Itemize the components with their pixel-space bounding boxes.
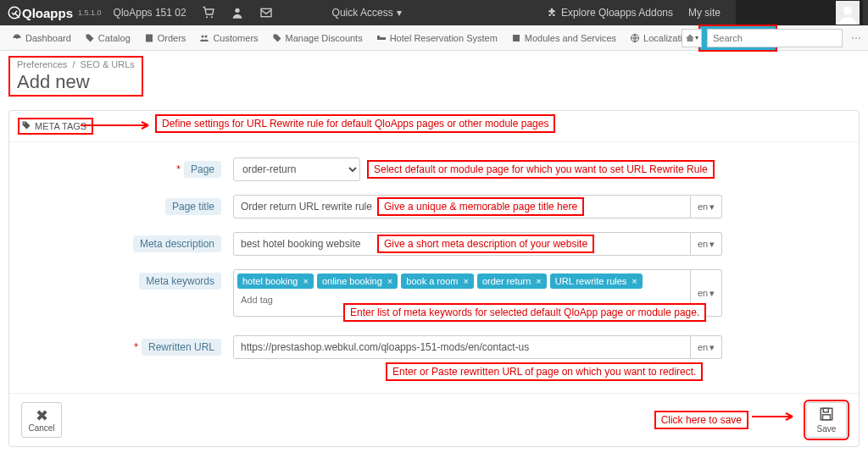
tag-label: book a room bbox=[406, 276, 458, 286]
label-title: Page title bbox=[165, 198, 221, 215]
page-header: Preferences / SEO & URLs Add new bbox=[0, 51, 868, 98]
tag-remove-icon[interactable]: × bbox=[463, 276, 468, 286]
nav-catalog[interactable]: Catalog bbox=[78, 25, 137, 51]
row-desc: Meta description en▾ Give a short meta d… bbox=[21, 232, 847, 256]
svg-rect-19 bbox=[823, 415, 831, 420]
shop-select[interactable]: ▾ bbox=[682, 29, 702, 47]
svg-rect-7 bbox=[146, 34, 153, 41]
row-title: Page title en▾ Give a unique & memorable… bbox=[21, 195, 847, 218]
navbar: Dashboard Catalog Orders Customers Manag… bbox=[0, 25, 868, 51]
panel-heading: META TAGS Define settings for URL Rewrit… bbox=[9, 111, 859, 142]
cart-icon[interactable] bbox=[202, 6, 215, 19]
lang-dropdown-url[interactable]: en▾ bbox=[691, 335, 722, 359]
mail-icon[interactable] bbox=[259, 6, 273, 19]
svg-point-8 bbox=[202, 35, 204, 37]
svg-rect-10 bbox=[377, 37, 386, 40]
annotation-title: Give a unique & memorable page title her… bbox=[377, 197, 584, 216]
lang-label: en bbox=[698, 288, 708, 298]
nav-dashboard-label: Dashboard bbox=[25, 25, 71, 51]
tags-icon bbox=[272, 33, 282, 43]
mysite-link[interactable]: My site bbox=[688, 7, 721, 19]
svg-rect-11 bbox=[377, 36, 380, 37]
svg-rect-18 bbox=[823, 408, 828, 412]
nav-catalog-label: Catalog bbox=[98, 25, 131, 51]
tag-item[interactable]: order return× bbox=[477, 273, 547, 289]
annotation-url: Enter or Paste rewritten URL of page on … bbox=[386, 362, 703, 381]
tag-item[interactable]: book a room× bbox=[401, 273, 474, 289]
quick-access-dropdown[interactable]: Quick Access ▾ bbox=[332, 7, 402, 19]
more-icon[interactable]: ⋯ bbox=[848, 32, 865, 44]
tag-remove-icon[interactable]: × bbox=[536, 276, 541, 286]
svg-rect-4 bbox=[261, 8, 271, 16]
svg-point-5 bbox=[843, 7, 852, 15]
orders-icon bbox=[144, 33, 154, 43]
explore-addons-link[interactable]: Explore Qloapps Addons bbox=[546, 7, 673, 19]
arrow-annotation bbox=[752, 412, 799, 421]
nav-dashboard[interactable]: Dashboard bbox=[5, 25, 78, 51]
quick-access-label: Quick Access bbox=[332, 7, 393, 19]
tag-item[interactable]: online booking× bbox=[317, 273, 398, 289]
user-area[interactable] bbox=[736, 0, 863, 25]
tag-icon bbox=[85, 33, 95, 43]
tag-remove-icon[interactable]: × bbox=[387, 276, 392, 286]
svg-rect-12 bbox=[513, 35, 520, 41]
tag-item[interactable]: URL rewrite rules× bbox=[550, 273, 643, 289]
page-select[interactable]: order-return bbox=[233, 157, 360, 181]
save-label: Save bbox=[817, 424, 837, 434]
gauge-icon bbox=[12, 33, 22, 43]
annotation-heading: Define settings for URL Rewrite rule for… bbox=[155, 114, 555, 133]
page-title: Add new bbox=[17, 71, 135, 93]
rewritten-url-input[interactable] bbox=[233, 335, 691, 359]
bed-icon bbox=[376, 33, 387, 43]
brand: Qloapps 1.5.1.0 bbox=[7, 5, 102, 20]
panel-footer: ✖ Cancel Click here to save Save bbox=[9, 393, 859, 446]
nav-orders-label: Orders bbox=[158, 25, 186, 51]
cancel-button[interactable]: ✖ Cancel bbox=[21, 402, 62, 438]
meta-tags-panel: META TAGS Define settings for URL Rewrit… bbox=[8, 110, 860, 447]
lang-label: en bbox=[698, 342, 708, 352]
lang-dropdown-title[interactable]: en▾ bbox=[691, 195, 722, 218]
save-icon bbox=[819, 406, 834, 424]
nav-hrs[interactable]: Hotel Reservation System bbox=[370, 25, 504, 51]
tag-remove-icon[interactable]: × bbox=[303, 276, 308, 286]
users-icon bbox=[199, 33, 209, 43]
nav-modules-label: Modules and Services bbox=[525, 25, 616, 51]
breadcrumb-preferences[interactable]: Preferences bbox=[17, 59, 67, 69]
tag-label: order return bbox=[482, 276, 531, 286]
breadcrumb-title-box: Preferences / SEO & URLs Add new bbox=[8, 56, 143, 97]
annotation-page: Select default or module page for which … bbox=[367, 160, 715, 179]
svg-point-1 bbox=[206, 16, 208, 18]
tags-icon bbox=[21, 120, 31, 132]
breadcrumb-seo: SEO & URLs bbox=[81, 59, 135, 69]
tag-label: hotel booking bbox=[242, 276, 298, 286]
nav-discounts[interactable]: Manage Discounts bbox=[265, 25, 370, 51]
chevron-down-icon: ▾ bbox=[397, 7, 402, 19]
tag-remove-icon[interactable]: × bbox=[632, 276, 637, 286]
user-icon[interactable] bbox=[231, 6, 244, 19]
brand-version: 1.5.1.0 bbox=[78, 8, 102, 17]
globe-icon bbox=[630, 33, 640, 43]
svg-point-2 bbox=[211, 16, 213, 18]
lang-dropdown-desc[interactable]: en▾ bbox=[691, 232, 722, 256]
explore-addons-label: Explore Qloapps Addons bbox=[561, 7, 673, 19]
row-keywords: Meta keywords hotel booking× online book… bbox=[21, 269, 847, 322]
nav-customers[interactable]: Customers bbox=[192, 25, 264, 51]
svg-point-14 bbox=[24, 123, 25, 124]
nav-discounts-label: Manage Discounts bbox=[286, 25, 363, 51]
avatar bbox=[836, 1, 860, 25]
nav-orders[interactable]: Orders bbox=[137, 25, 193, 51]
cancel-label: Cancel bbox=[28, 423, 54, 433]
tag-add-input[interactable] bbox=[237, 292, 322, 307]
row-page: *Page order-return Select default or mod… bbox=[21, 157, 847, 181]
label-keywords: Meta keywords bbox=[139, 273, 221, 290]
label-desc: Meta description bbox=[133, 235, 221, 252]
save-button[interactable]: Save bbox=[806, 402, 847, 438]
annotation-desc: Give a short meta description of your we… bbox=[377, 235, 594, 253]
label-url: Rewritten URL bbox=[142, 339, 221, 356]
search-input[interactable] bbox=[707, 29, 843, 47]
tag-label: URL rewrite rules bbox=[555, 276, 627, 286]
tag-item[interactable]: hotel booking× bbox=[237, 273, 314, 289]
nav-modules[interactable]: Modules and Services bbox=[504, 25, 623, 51]
lang-label: en bbox=[698, 202, 708, 212]
close-icon: ✖ bbox=[36, 408, 48, 423]
